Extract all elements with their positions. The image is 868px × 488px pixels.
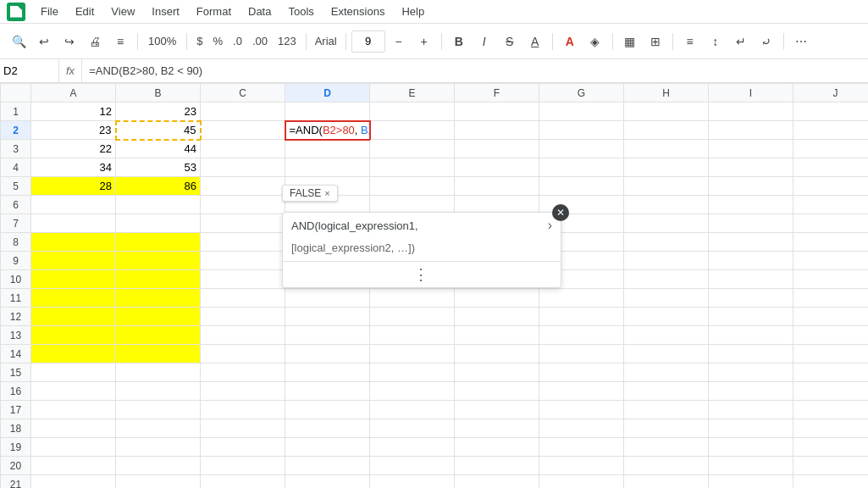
cell-f18[interactable] (455, 419, 539, 438)
cell-c8[interactable] (201, 233, 285, 252)
cell-a5[interactable]: 28 (31, 177, 116, 196)
menu-help[interactable]: Help (395, 3, 431, 19)
cell-a12[interactable] (31, 308, 116, 326)
row-header-20[interactable]: 20 (1, 457, 31, 475)
cell-g21[interactable] (539, 475, 624, 489)
cell-h4[interactable] (624, 158, 709, 177)
cell-b17[interactable] (116, 401, 201, 419)
cell-j5[interactable] (793, 177, 869, 196)
row-header-6[interactable]: 6 (1, 196, 31, 214)
cell-j4[interactable] (793, 158, 869, 177)
menu-extensions[interactable]: Extensions (324, 3, 392, 19)
cell-f4[interactable] (455, 158, 539, 177)
menu-tools[interactable]: Tools (281, 3, 320, 19)
col-header-g[interactable]: G (539, 84, 624, 103)
formula-popup-close-button[interactable]: ✕ (552, 204, 569, 221)
decrease-font-button[interactable]: − (387, 30, 411, 53)
cell-f17[interactable] (455, 401, 539, 419)
row-header-21[interactable]: 21 (1, 475, 31, 489)
menu-file[interactable]: File (34, 3, 65, 19)
cell-f3[interactable] (455, 140, 539, 158)
cell-d12[interactable] (285, 308, 370, 326)
cell-j9[interactable] (793, 252, 869, 270)
cell-g14[interactable] (539, 345, 624, 363)
cell-h21[interactable] (624, 475, 709, 489)
cell-e20[interactable] (370, 457, 455, 475)
col-header-f[interactable]: F (455, 84, 539, 103)
cell-c9[interactable] (201, 252, 285, 270)
align-button[interactable]: ≡ (678, 30, 702, 53)
cell-b7[interactable] (116, 214, 201, 233)
cell-h11[interactable] (624, 289, 709, 308)
row-header-8[interactable]: 8 (1, 233, 31, 252)
cell-j7[interactable] (793, 214, 869, 233)
cell-i19[interactable] (709, 438, 793, 457)
cell-f2[interactable] (455, 121, 539, 140)
cell-f12[interactable] (455, 308, 539, 326)
cell-c10[interactable] (201, 270, 285, 289)
row-header-5[interactable]: 5 (1, 177, 31, 196)
expand-icon[interactable]: › (548, 218, 552, 233)
cell-e2[interactable] (370, 121, 455, 140)
cell-d2[interactable]: =AND(B2>80, B2 < 90) (285, 121, 370, 140)
row-header-12[interactable]: 12 (1, 308, 31, 326)
cell-i12[interactable] (709, 308, 793, 326)
font-size-input[interactable] (351, 30, 385, 53)
cell-b6[interactable] (116, 196, 201, 214)
cell-e15[interactable] (370, 363, 455, 382)
cell-b19[interactable] (116, 438, 201, 457)
cell-f14[interactable] (455, 345, 539, 363)
percent-button[interactable]: % (208, 33, 227, 49)
cell-i13[interactable] (709, 326, 793, 345)
cell-d20[interactable] (285, 457, 370, 475)
cell-a8[interactable] (31, 233, 116, 252)
popup-more-options[interactable]: ⋮ (283, 262, 561, 287)
cell-d15[interactable] (285, 363, 370, 382)
cell-i11[interactable] (709, 289, 793, 308)
cell-i2[interactable] (709, 121, 793, 140)
cell-c6[interactable] (201, 196, 285, 214)
cell-e16[interactable] (370, 382, 455, 401)
cell-d19[interactable] (285, 438, 370, 457)
cell-e3[interactable] (370, 140, 455, 158)
row-header-13[interactable]: 13 (1, 326, 31, 345)
cell-h1[interactable] (624, 103, 709, 121)
cell-j20[interactable] (793, 457, 869, 475)
cell-a19[interactable] (31, 438, 116, 457)
cell-a2[interactable]: 23 (31, 121, 116, 140)
cell-j16[interactable] (793, 382, 869, 401)
cell-d14[interactable] (285, 345, 370, 363)
cell-j3[interactable] (793, 140, 869, 158)
cell-g13[interactable] (539, 326, 624, 345)
cell-i17[interactable] (709, 401, 793, 419)
menu-insert[interactable]: Insert (145, 3, 186, 19)
cell-i10[interactable] (709, 270, 793, 289)
cell-d3[interactable] (285, 140, 370, 158)
col-header-b[interactable]: B (116, 84, 201, 103)
row-header-9[interactable]: 9 (1, 252, 31, 270)
merge-button[interactable]: ⊞ (644, 30, 667, 53)
cell-b13[interactable] (116, 326, 201, 345)
cell-a3[interactable]: 22 (31, 140, 116, 158)
cell-i20[interactable] (709, 457, 793, 475)
cell-b12[interactable] (116, 308, 201, 326)
row-header-14[interactable]: 14 (1, 345, 31, 363)
more-toolbar[interactable]: ⋯ (789, 30, 813, 53)
cell-c7[interactable] (201, 214, 285, 233)
cell-h3[interactable] (624, 140, 709, 158)
col-header-c[interactable]: C (201, 84, 285, 103)
cell-f11[interactable] (455, 289, 539, 308)
cell-i21[interactable] (709, 475, 793, 489)
row-header-11[interactable]: 11 (1, 289, 31, 308)
cell-g1[interactable] (539, 103, 624, 121)
cell-f16[interactable] (455, 382, 539, 401)
cell-e5[interactable] (370, 177, 455, 196)
cell-i15[interactable] (709, 363, 793, 382)
cell-j8[interactable] (793, 233, 869, 252)
rotate-button[interactable]: ⤾ (755, 30, 778, 53)
cell-j19[interactable] (793, 438, 869, 457)
cell-a1[interactable]: 12 (31, 103, 116, 121)
cell-f5[interactable] (455, 177, 539, 196)
cell-g4[interactable] (539, 158, 624, 177)
cell-a4[interactable]: 34 (31, 158, 116, 177)
